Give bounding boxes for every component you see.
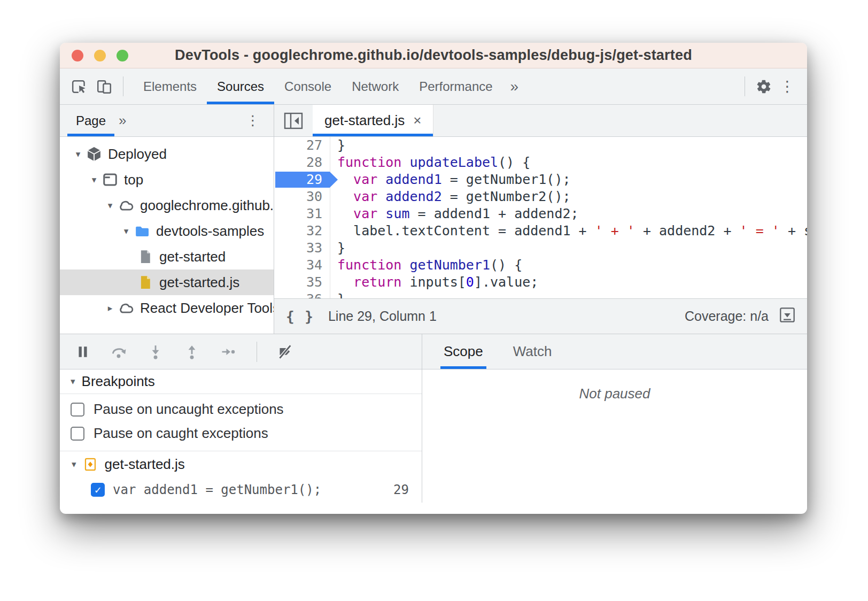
line-number-gutter[interactable]: 30 bbox=[274, 188, 330, 205]
deactivate-breakpoints-icon[interactable] bbox=[276, 343, 294, 361]
step-over-icon[interactable] bbox=[110, 343, 128, 361]
close-window-button[interactable] bbox=[72, 50, 83, 61]
tab-console[interactable]: Console bbox=[274, 68, 342, 104]
tree-expanded-arrow-icon[interactable]: ▾ bbox=[72, 149, 84, 160]
breakpoint-marker[interactable]: 29 bbox=[274, 171, 330, 188]
editor-pane: get-started.js × 27}28function updateLab… bbox=[274, 105, 807, 334]
pause-script-icon[interactable] bbox=[74, 343, 92, 361]
code-line[interactable]: 31 var sum = addend1 + addend2; bbox=[274, 205, 807, 222]
checkbox[interactable] bbox=[71, 403, 84, 417]
more-navigator-tabs-icon[interactable]: » bbox=[114, 105, 130, 136]
paused-status-message: Not paused bbox=[422, 369, 807, 402]
close-tab-icon[interactable]: × bbox=[413, 112, 421, 129]
code-line[interactable]: 36} bbox=[274, 291, 807, 298]
breakpoint-groups: ▾get-started.js✓var addend1 = getNumber1… bbox=[60, 451, 422, 503]
code-line[interactable]: 35 return inputs[0].value; bbox=[274, 274, 807, 291]
cursor-position: Line 29, Column 1 bbox=[328, 309, 437, 324]
editor-statusbar: { } Line 29, Column 1 Coverage: n/a bbox=[274, 298, 807, 334]
cloud-icon bbox=[118, 300, 134, 316]
scope-tabstrip: ScopeWatch bbox=[422, 334, 807, 369]
line-number-gutter[interactable]: 31 bbox=[274, 205, 330, 222]
tree-expanded-arrow-icon[interactable]: ▾ bbox=[104, 200, 117, 211]
pause-option-row[interactable]: Pause on uncaught exceptions bbox=[60, 397, 422, 421]
code-line-text: var addend2 = getNumber2(); bbox=[330, 188, 571, 205]
code-line[interactable]: 34function getNumber1() { bbox=[274, 257, 807, 274]
line-number-gutter[interactable]: 33 bbox=[274, 240, 330, 257]
tab-scope[interactable]: Scope bbox=[440, 334, 486, 369]
tree-item-label: Deployed bbox=[108, 146, 167, 163]
pretty-print-icon[interactable]: { } bbox=[286, 309, 314, 325]
tab-watch[interactable]: Watch bbox=[510, 334, 555, 369]
editor-tab-label: get-started.js bbox=[324, 112, 405, 129]
code-line[interactable]: 30 var addend2 = getNumber2(); bbox=[274, 188, 807, 205]
device-toolbar-icon[interactable] bbox=[92, 68, 117, 104]
breakpoint-line-number: 29 bbox=[393, 482, 409, 497]
panel-tabs: ElementsSourcesConsoleNetworkPerformance bbox=[133, 68, 503, 104]
checkbox[interactable] bbox=[71, 427, 84, 441]
code-line[interactable]: 33} bbox=[274, 240, 807, 257]
code-line[interactable]: 28function updateLabel() { bbox=[274, 154, 807, 171]
pause-option-label: Pause on uncaught exceptions bbox=[94, 401, 284, 418]
editor-tab-get-started-js[interactable]: get-started.js × bbox=[313, 105, 433, 136]
code-editor[interactable]: 27}28function updateLabel() {29 var adde… bbox=[274, 137, 807, 298]
tree-collapsed-arrow-icon[interactable]: ▸ bbox=[104, 303, 117, 314]
tree-item-label: React Developer Tools bbox=[140, 300, 274, 317]
line-number-gutter[interactable]: 34 bbox=[274, 257, 330, 274]
tab-network[interactable]: Network bbox=[342, 68, 409, 104]
hide-navigator-icon[interactable] bbox=[274, 105, 313, 136]
code-line-text: } bbox=[330, 240, 345, 257]
line-number-gutter[interactable]: 35 bbox=[274, 274, 330, 291]
window-title: DevTools - googlechrome.github.io/devtoo… bbox=[175, 47, 692, 64]
collapse-triangle-icon: ▾ bbox=[71, 376, 75, 387]
breakpoint-file-label: get-started.js bbox=[105, 456, 185, 473]
line-number-gutter[interactable]: 28 bbox=[274, 154, 330, 171]
coverage-icon[interactable] bbox=[779, 307, 795, 326]
tree-item-top[interactable]: ▾top bbox=[60, 167, 274, 192]
code-line[interactable]: 32 label.textContent = addend1 + ' + ' +… bbox=[274, 222, 807, 240]
tree-item-deployed[interactable]: ▾Deployed bbox=[60, 141, 274, 167]
navigator-menu-icon[interactable]: ⋮ bbox=[232, 105, 274, 136]
minimize-window-button[interactable] bbox=[94, 50, 106, 61]
navigator-sidebar: Page » ⋮ ▾Deployed▾top▾googlechrome.gith… bbox=[60, 105, 274, 334]
tree-item-react-developer-tools[interactable]: ▸React Developer Tools bbox=[60, 295, 274, 321]
tab-elements[interactable]: Elements bbox=[133, 68, 207, 104]
step-into-icon[interactable] bbox=[146, 343, 165, 361]
settings-gear-icon[interactable] bbox=[751, 68, 776, 104]
scope-watch-panel: ScopeWatch Not paused bbox=[422, 334, 807, 503]
tree-expanded-arrow-icon[interactable]: ▾ bbox=[120, 226, 133, 237]
breakpoint-file-group[interactable]: ▾get-started.js bbox=[60, 451, 422, 477]
breakpoints-section-header[interactable]: ▾ Breakpoints bbox=[60, 369, 422, 394]
code-line-text: label.textContent = addend1 + ' + ' + ad… bbox=[330, 222, 807, 240]
code-line[interactable]: 27} bbox=[274, 137, 807, 154]
tree-item-get-started-js[interactable]: get-started.js bbox=[60, 269, 274, 295]
zoom-window-button[interactable] bbox=[117, 50, 128, 61]
tab-performance[interactable]: Performance bbox=[409, 68, 502, 104]
titlebar: DevTools - googlechrome.github.io/devtoo… bbox=[60, 43, 807, 68]
code-line-text: function getNumber1() { bbox=[330, 257, 522, 274]
tree-item-googlechrome-github-io[interactable]: ▾googlechrome.github.io bbox=[60, 192, 274, 218]
breakpoint-entry[interactable]: ✓var addend1 = getNumber1();29 bbox=[60, 477, 422, 503]
tab-sources[interactable]: Sources bbox=[207, 68, 274, 104]
more-panels-icon[interactable]: » bbox=[503, 68, 526, 104]
debugger-toolbar-divider bbox=[257, 342, 257, 362]
step-icon[interactable] bbox=[219, 343, 237, 361]
tree-item-label: googlechrome.github.io bbox=[140, 197, 274, 214]
breakpoint-code-snippet: var addend1 = getNumber1(); bbox=[113, 482, 321, 497]
code-line-text: return inputs[0].value; bbox=[330, 274, 538, 291]
pause-option-row[interactable]: Pause on caught exceptions bbox=[60, 421, 422, 445]
breakpoint-checkbox[interactable]: ✓ bbox=[91, 483, 105, 497]
sources-panel: Page » ⋮ ▾Deployed▾top▾googlechrome.gith… bbox=[60, 105, 807, 334]
tree-expanded-arrow-icon[interactable]: ▾ bbox=[88, 174, 100, 186]
inspect-element-icon[interactable] bbox=[67, 68, 92, 104]
tree-item-label: get-started.js bbox=[159, 274, 239, 291]
code-line[interactable]: 29 var addend1 = getNumber1(); bbox=[274, 171, 807, 188]
tree-item-get-started[interactable]: get-started bbox=[60, 244, 274, 269]
code-line-text: var addend1 = getNumber1(); bbox=[330, 171, 571, 188]
tree-item-devtools-samples[interactable]: ▾devtools-samples bbox=[60, 218, 274, 244]
line-number-gutter[interactable]: 36 bbox=[274, 291, 330, 298]
line-number-gutter[interactable]: 27 bbox=[274, 137, 330, 154]
customize-menu-icon[interactable]: ⋮ bbox=[776, 68, 799, 104]
tab-page[interactable]: Page bbox=[67, 105, 114, 136]
step-out-icon[interactable] bbox=[183, 343, 201, 361]
line-number-gutter[interactable]: 32 bbox=[274, 222, 330, 240]
